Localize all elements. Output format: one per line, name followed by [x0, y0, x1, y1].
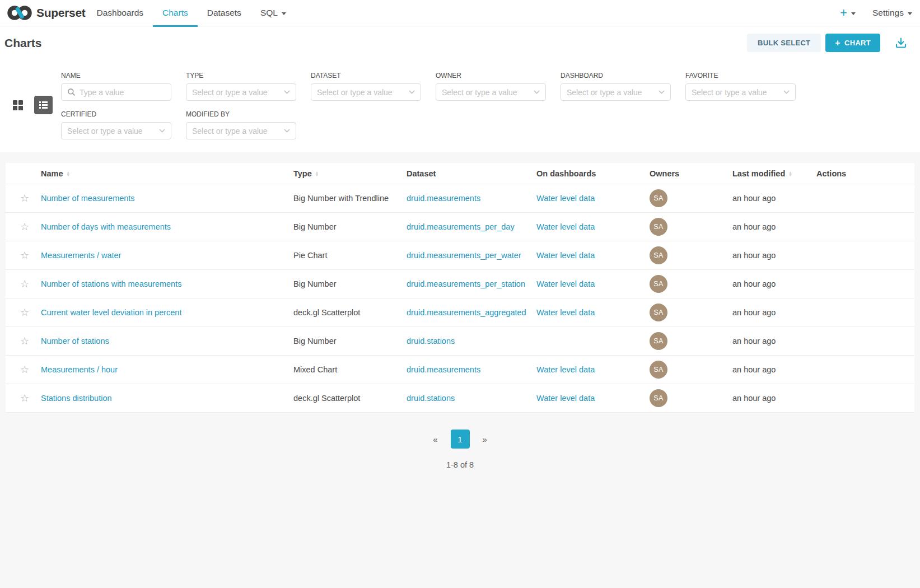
- dataset-link[interactable]: druid.measurements_per_day: [407, 222, 515, 231]
- dashboard-link[interactable]: Water level data: [536, 394, 595, 403]
- dataset-link[interactable]: druid.stations: [407, 394, 455, 403]
- chart-name-link[interactable]: Number of stations: [41, 337, 109, 346]
- table-row: ☆ Number of days with measurements Big N…: [6, 213, 914, 241]
- owner-avatar[interactable]: SA: [650, 332, 667, 350]
- favorite-star-icon[interactable]: ☆: [20, 250, 29, 261]
- favorite-star-icon[interactable]: ☆: [20, 393, 29, 404]
- owner-avatar[interactable]: SA: [650, 304, 667, 321]
- dashboard-link[interactable]: Water level data: [536, 251, 595, 260]
- favorite-star-icon[interactable]: ☆: [20, 307, 29, 318]
- chart-name-link[interactable]: Number of measurements: [41, 194, 135, 203]
- favorite-star-icon[interactable]: ☆: [20, 278, 29, 290]
- favorite-star-icon[interactable]: ☆: [20, 221, 29, 232]
- name-filter-input[interactable]: [80, 88, 165, 97]
- last-modified: an hour ago: [732, 365, 776, 374]
- owner-avatar[interactable]: SA: [650, 218, 667, 236]
- pagination: « 1 » 1-8 of 8: [0, 430, 920, 469]
- plus-icon: +: [835, 38, 840, 48]
- chart-name-link[interactable]: Stations distribution: [41, 394, 112, 403]
- column-header-type[interactable]: Type▲▼: [293, 169, 319, 178]
- last-modified: an hour ago: [732, 222, 776, 231]
- last-modified: an hour ago: [732, 394, 776, 403]
- export-charts-button[interactable]: [894, 36, 908, 50]
- dataset-link[interactable]: druid.measurements: [407, 365, 480, 374]
- top-navbar: Superset Dashboards Charts Datasets SQL …: [0, 0, 920, 26]
- owner-avatar[interactable]: SA: [650, 246, 667, 264]
- last-modified: an hour ago: [732, 308, 776, 317]
- add-chart-button[interactable]: + CHART: [825, 34, 880, 52]
- favorite-star-icon[interactable]: ☆: [20, 193, 29, 204]
- filter-dashboard: DASHBOARD Select or type a value: [561, 72, 671, 101]
- nav-item-charts[interactable]: Charts: [153, 0, 198, 26]
- navbar-right: + Settings: [840, 7, 914, 18]
- owner-avatar[interactable]: SA: [650, 389, 667, 407]
- column-header-last-modified[interactable]: Last modified▲▼: [732, 169, 792, 178]
- sort-icon: ▲▼: [67, 171, 70, 176]
- dashboard-link[interactable]: Water level data: [536, 308, 595, 317]
- grid-icon: [12, 100, 24, 111]
- dashboard-link[interactable]: Water level data: [536, 222, 595, 231]
- next-page-button[interactable]: »: [483, 435, 487, 444]
- dataset-filter-select[interactable]: Select or type a value: [311, 83, 421, 101]
- chevron-down-icon: [409, 90, 415, 94]
- main-nav: Dashboards Charts Datasets SQL: [87, 0, 295, 26]
- nav-item-dashboards[interactable]: Dashboards: [87, 0, 153, 26]
- dashboard-filter-select[interactable]: Select or type a value: [561, 83, 671, 101]
- chevron-down-icon: [284, 129, 290, 133]
- chart-name-link[interactable]: Number of days with measurements: [41, 222, 171, 231]
- nav-item-sql[interactable]: SQL: [251, 0, 296, 26]
- page-1-button[interactable]: 1: [451, 430, 470, 449]
- favorite-star-icon[interactable]: ☆: [20, 335, 29, 347]
- download-icon: [894, 36, 908, 50]
- dataset-link[interactable]: druid.stations: [407, 337, 455, 346]
- owner-filter-select[interactable]: Select or type a value: [436, 83, 546, 101]
- table-row: ☆ Current water level deviation in perce…: [6, 298, 914, 327]
- owner-avatar[interactable]: SA: [650, 275, 667, 293]
- chart-type: Big Number: [293, 279, 337, 288]
- chart-type: deck.gl Scatterplot: [293, 394, 360, 403]
- dataset-link[interactable]: druid.measurements: [407, 194, 480, 203]
- dashboard-link[interactable]: Water level data: [536, 194, 595, 203]
- table-row: ☆ Number of measurements Big Number with…: [6, 184, 914, 213]
- dataset-link[interactable]: druid.measurements_aggregated: [407, 308, 526, 317]
- dashboard-link[interactable]: Water level data: [536, 279, 595, 288]
- chart-name-link[interactable]: Measurements / hour: [41, 365, 118, 374]
- last-modified: an hour ago: [732, 279, 776, 288]
- favorite-filter-select[interactable]: Select or type a value: [685, 83, 796, 101]
- certified-filter-select[interactable]: Select or type a value: [61, 122, 171, 139]
- nav-item-datasets[interactable]: Datasets: [198, 0, 251, 26]
- chevron-down-icon: [783, 90, 790, 94]
- dataset-link[interactable]: druid.measurements_per_station: [407, 279, 525, 288]
- chart-type: Pie Chart: [293, 251, 327, 260]
- bulk-select-button[interactable]: BULK SELECT: [747, 34, 821, 52]
- superset-logo[interactable]: Superset: [7, 4, 85, 21]
- last-modified: an hour ago: [732, 194, 776, 203]
- card-view-toggle[interactable]: [8, 96, 27, 114]
- chevron-down-icon: [284, 90, 290, 94]
- owner-avatar[interactable]: SA: [650, 189, 667, 207]
- list-view-toggle[interactable]: [34, 96, 53, 114]
- owner-avatar[interactable]: SA: [650, 361, 667, 379]
- chart-name-link[interactable]: Measurements / water: [41, 251, 121, 260]
- chevron-down-icon: [851, 12, 856, 15]
- settings-menu[interactable]: Settings: [872, 8, 912, 18]
- view-toggles: [8, 96, 53, 149]
- chart-type: Big Number: [293, 222, 337, 231]
- column-header-owners: Owners: [650, 169, 679, 178]
- last-modified: an hour ago: [732, 251, 776, 260]
- dashboard-link[interactable]: Water level data: [536, 365, 595, 374]
- pager: « 1 »: [433, 430, 487, 449]
- type-filter-select[interactable]: Select or type a value: [186, 83, 296, 101]
- charts-table: Name▲▼ Type▲▼ Dataset On dashboards Owne…: [6, 163, 914, 413]
- result-count: 1-8 of 8: [446, 460, 474, 469]
- brand-name: Superset: [36, 6, 85, 20]
- chevron-down-icon: [159, 129, 165, 133]
- column-header-name[interactable]: Name▲▼: [41, 169, 70, 178]
- favorite-star-icon[interactable]: ☆: [20, 364, 29, 375]
- previous-page-button[interactable]: «: [433, 435, 437, 444]
- dataset-link[interactable]: druid.measurements_per_water: [407, 251, 521, 260]
- chart-name-link[interactable]: Number of stations with measurements: [41, 279, 181, 288]
- chart-name-link[interactable]: Current water level deviation in percent: [41, 308, 181, 317]
- modified-by-filter-select[interactable]: Select or type a value: [186, 122, 296, 139]
- new-item-menu[interactable]: +: [840, 7, 856, 18]
